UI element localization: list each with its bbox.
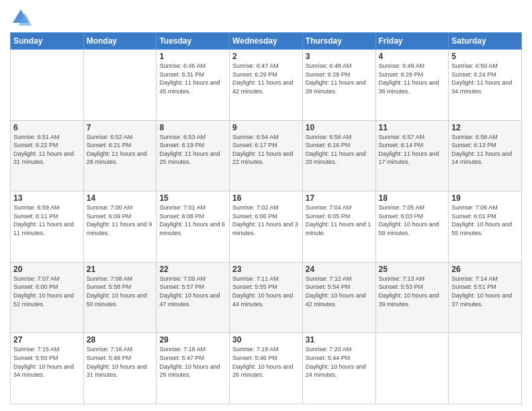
calendar-week-row: 13Sunrise: 6:59 AM Sunset: 6:11 PM Dayli… <box>11 191 522 263</box>
day-number: 26 <box>451 265 519 274</box>
calendar-cell: 26Sunrise: 7:14 AM Sunset: 5:51 PM Dayli… <box>449 262 522 333</box>
day-info: Sunrise: 7:15 AM Sunset: 5:50 PM Dayligh… <box>13 345 81 379</box>
day-info: Sunrise: 7:07 AM Sunset: 6:00 PM Dayligh… <box>13 275 81 308</box>
calendar-cell <box>11 50 84 121</box>
calendar-cell: 14Sunrise: 7:00 AM Sunset: 6:09 PM Dayli… <box>83 191 157 263</box>
calendar-cell: 16Sunrise: 7:02 AM Sunset: 6:06 PM Dayli… <box>230 191 303 263</box>
day-number: 14 <box>87 193 154 203</box>
calendar-cell: 17Sunrise: 7:04 AM Sunset: 6:05 PM Dayli… <box>302 191 375 263</box>
day-number: 12 <box>451 123 519 132</box>
calendar-table: SundayMondayTuesdayWednesdayThursdayFrid… <box>10 32 522 404</box>
day-number: 15 <box>159 193 226 203</box>
day-info: Sunrise: 7:05 AM Sunset: 6:03 PM Dayligh… <box>379 203 446 237</box>
calendar-cell: 13Sunrise: 6:59 AM Sunset: 6:11 PM Dayli… <box>11 191 84 263</box>
day-number: 29 <box>159 335 226 345</box>
day-number: 30 <box>232 335 300 345</box>
day-number: 17 <box>306 193 373 203</box>
day-header-wednesday: Wednesday <box>230 33 303 50</box>
calendar-week-row: 6Sunrise: 6:51 AM Sunset: 6:22 PM Daylig… <box>11 120 522 191</box>
page: SundayMondayTuesdayWednesdayThursdayFrid… <box>0 0 532 411</box>
day-number: 5 <box>451 52 519 61</box>
day-info: Sunrise: 6:58 AM Sunset: 6:13 PM Dayligh… <box>451 133 519 167</box>
day-number: 22 <box>159 265 226 274</box>
calendar-cell: 6Sunrise: 6:51 AM Sunset: 6:22 PM Daylig… <box>11 120 84 191</box>
day-info: Sunrise: 6:53 AM Sunset: 6:19 PM Dayligh… <box>159 133 226 167</box>
calendar-cell: 3Sunrise: 6:48 AM Sunset: 6:28 PM Daylig… <box>302 50 375 121</box>
calendar-cell: 29Sunrise: 7:18 AM Sunset: 5:47 PM Dayli… <box>157 333 230 404</box>
calendar-week-row: 27Sunrise: 7:15 AM Sunset: 5:50 PM Dayli… <box>11 333 522 404</box>
calendar-week-row: 20Sunrise: 7:07 AM Sunset: 6:00 PM Dayli… <box>11 262 522 333</box>
calendar-cell: 23Sunrise: 7:11 AM Sunset: 5:55 PM Dayli… <box>230 262 303 333</box>
day-number: 18 <box>379 193 446 203</box>
day-number: 24 <box>306 265 373 274</box>
calendar-cell: 8Sunrise: 6:53 AM Sunset: 6:19 PM Daylig… <box>157 120 230 191</box>
day-info: Sunrise: 7:11 AM Sunset: 5:55 PM Dayligh… <box>232 275 300 308</box>
day-number: 21 <box>87 265 154 274</box>
calendar-cell: 5Sunrise: 6:50 AM Sunset: 6:24 PM Daylig… <box>449 50 522 121</box>
day-number: 25 <box>379 265 446 274</box>
day-number: 4 <box>379 52 446 61</box>
day-header-saturday: Saturday <box>449 33 522 50</box>
calendar-cell: 22Sunrise: 7:09 AM Sunset: 5:57 PM Dayli… <box>157 262 230 333</box>
calendar-cell: 15Sunrise: 7:01 AM Sunset: 6:08 PM Dayli… <box>157 191 230 263</box>
day-number: 8 <box>159 123 226 132</box>
day-number: 1 <box>159 52 226 61</box>
header <box>10 7 522 28</box>
day-info: Sunrise: 7:16 AM Sunset: 5:48 PM Dayligh… <box>87 345 154 379</box>
calendar-cell: 28Sunrise: 7:16 AM Sunset: 5:48 PM Dayli… <box>83 333 157 404</box>
day-info: Sunrise: 6:46 AM Sunset: 6:31 PM Dayligh… <box>159 62 226 95</box>
calendar-cell: 12Sunrise: 6:58 AM Sunset: 6:13 PM Dayli… <box>449 120 522 191</box>
day-info: Sunrise: 7:14 AM Sunset: 5:51 PM Dayligh… <box>451 275 519 308</box>
day-info: Sunrise: 6:59 AM Sunset: 6:11 PM Dayligh… <box>13 203 81 237</box>
day-info: Sunrise: 7:08 AM Sunset: 5:58 PM Dayligh… <box>87 275 154 308</box>
day-info: Sunrise: 7:02 AM Sunset: 6:06 PM Dayligh… <box>232 203 300 237</box>
calendar-cell: 31Sunrise: 7:20 AM Sunset: 5:44 PM Dayli… <box>302 333 375 404</box>
day-header-monday: Monday <box>83 33 157 50</box>
calendar-cell: 10Sunrise: 6:56 AM Sunset: 6:16 PM Dayli… <box>302 120 375 191</box>
day-number: 11 <box>379 123 446 132</box>
day-number: 31 <box>306 335 373 345</box>
day-number: 23 <box>232 265 300 274</box>
day-info: Sunrise: 6:49 AM Sunset: 6:26 PM Dayligh… <box>379 62 446 95</box>
day-number: 28 <box>87 335 154 345</box>
day-number: 13 <box>13 193 81 203</box>
day-number: 16 <box>232 193 300 203</box>
day-number: 3 <box>306 52 373 61</box>
calendar-cell <box>375 333 449 404</box>
calendar-cell: 21Sunrise: 7:08 AM Sunset: 5:58 PM Dayli… <box>83 262 157 333</box>
day-info: Sunrise: 7:04 AM Sunset: 6:05 PM Dayligh… <box>306 203 373 237</box>
calendar-cell <box>449 333 522 404</box>
day-info: Sunrise: 7:00 AM Sunset: 6:09 PM Dayligh… <box>87 203 154 237</box>
calendar-cell: 24Sunrise: 7:12 AM Sunset: 5:54 PM Dayli… <box>302 262 375 333</box>
day-info: Sunrise: 7:12 AM Sunset: 5:54 PM Dayligh… <box>306 275 373 308</box>
day-header-friday: Friday <box>375 33 449 50</box>
day-header-thursday: Thursday <box>302 33 375 50</box>
calendar-cell: 19Sunrise: 7:06 AM Sunset: 6:01 PM Dayli… <box>449 191 522 263</box>
day-info: Sunrise: 7:06 AM Sunset: 6:01 PM Dayligh… <box>451 203 519 237</box>
day-number: 10 <box>306 123 373 132</box>
day-info: Sunrise: 6:52 AM Sunset: 6:21 PM Dayligh… <box>87 133 154 167</box>
calendar-cell: 18Sunrise: 7:05 AM Sunset: 6:03 PM Dayli… <box>375 191 449 263</box>
calendar-cell: 27Sunrise: 7:15 AM Sunset: 5:50 PM Dayli… <box>11 333 84 404</box>
calendar-cell: 7Sunrise: 6:52 AM Sunset: 6:21 PM Daylig… <box>83 120 157 191</box>
day-info: Sunrise: 7:13 AM Sunset: 5:53 PM Dayligh… <box>379 275 446 308</box>
day-info: Sunrise: 6:47 AM Sunset: 6:29 PM Dayligh… <box>232 62 300 95</box>
day-number: 19 <box>451 193 519 203</box>
calendar-cell: 20Sunrise: 7:07 AM Sunset: 6:00 PM Dayli… <box>11 262 84 333</box>
calendar-cell <box>83 50 157 121</box>
day-info: Sunrise: 6:51 AM Sunset: 6:22 PM Dayligh… <box>13 133 81 167</box>
day-number: 7 <box>87 123 154 132</box>
calendar-cell: 30Sunrise: 7:19 AM Sunset: 5:46 PM Dayli… <box>230 333 303 404</box>
calendar-cell: 25Sunrise: 7:13 AM Sunset: 5:53 PM Dayli… <box>375 262 449 333</box>
day-info: Sunrise: 6:54 AM Sunset: 6:17 PM Dayligh… <box>232 133 300 167</box>
calendar-cell: 2Sunrise: 6:47 AM Sunset: 6:29 PM Daylig… <box>230 50 303 121</box>
day-info: Sunrise: 7:09 AM Sunset: 5:57 PM Dayligh… <box>159 275 226 308</box>
calendar-week-row: 1Sunrise: 6:46 AM Sunset: 6:31 PM Daylig… <box>11 50 522 121</box>
day-number: 6 <box>13 123 81 132</box>
day-info: Sunrise: 6:50 AM Sunset: 6:24 PM Dayligh… <box>451 62 519 95</box>
calendar-cell: 9Sunrise: 6:54 AM Sunset: 6:17 PM Daylig… <box>230 120 303 191</box>
day-number: 27 <box>13 335 81 345</box>
day-number: 20 <box>13 265 81 274</box>
logo <box>10 7 34 28</box>
day-info: Sunrise: 7:18 AM Sunset: 5:47 PM Dayligh… <box>159 345 226 379</box>
